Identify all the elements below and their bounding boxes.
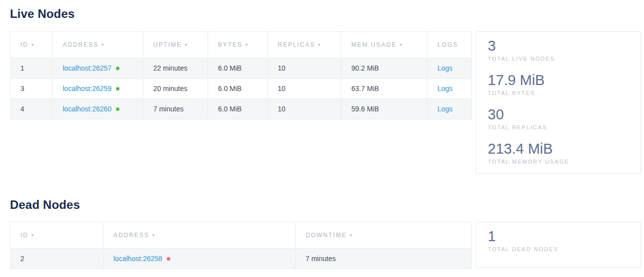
cell-downtime: 7 minutes — [296, 249, 472, 269]
stat-value: 17.9 MiB — [488, 72, 632, 89]
cell-logs: Logs — [428, 79, 472, 99]
column-header-address[interactable]: ADDRESS▾ — [104, 222, 296, 249]
logs-link[interactable]: Logs — [437, 85, 452, 92]
column-header-replicas[interactable]: REPLICAS▾ — [268, 32, 341, 58]
cell-replicas: 10 — [268, 99, 341, 119]
column-header-id[interactable]: ID▾ — [10, 222, 104, 249]
stat-value: 30 — [488, 106, 632, 123]
live-table-header-row: ID▾ ADDRESS▾ UPTIME▾ BYTES▾ REPLICAS▾ ME… — [10, 32, 472, 58]
stat-value: 3 — [488, 38, 632, 54]
table-row: 2 localhost:26258 7 minutes — [10, 249, 472, 269]
logs-link[interactable]: Logs — [437, 105, 452, 113]
stat-label: TOTAL DEAD NODES — [488, 246, 632, 253]
cell-address: localhost:26259 — [53, 79, 143, 99]
dead-nodes-table: ID▾ ADDRESS▾ DOWNTIME▾ 2 localhost:26258… — [10, 222, 472, 269]
live-status-icon — [116, 87, 119, 91]
live-status-icon — [116, 107, 119, 111]
summary-stat: 1 TOTAL DEAD NODES — [488, 228, 632, 253]
dead-summary-card: 1 TOTAL DEAD NODES — [476, 222, 641, 268]
sort-arrow-icon: ▾ — [31, 233, 35, 238]
cell-replicas: 10 — [268, 79, 341, 99]
cell-mem-usage: 59.6 MiB — [341, 99, 428, 119]
cell-address: localhost:26260 — [53, 99, 143, 119]
column-header-mem-usage[interactable]: MEM USAGE▾ — [341, 32, 428, 58]
column-header-address[interactable]: ADDRESS▾ — [53, 32, 143, 58]
cell-mem-usage: 90.2 MiB — [341, 58, 428, 79]
stat-label: TOTAL REPLICAS — [488, 124, 632, 131]
cell-uptime: 20 minutes — [143, 79, 208, 99]
dead-nodes-title: Dead Nodes — [10, 198, 641, 212]
cell-mem-usage: 63.7 MiB — [341, 79, 428, 99]
stat-value: 1 — [488, 228, 632, 245]
column-header-logs: LOGS — [428, 32, 472, 58]
cell-logs: Logs — [428, 99, 472, 119]
cluster-nodes-page: Live Nodes ID▾ ADDRESS▾ UPTIME▾ BYTES▾ R… — [0, 7, 644, 269]
summary-stat: 30 TOTAL REPLICAS — [488, 106, 632, 131]
table-row: 1 localhost:26257 22 minutes 6.0 MiB 10 … — [10, 58, 472, 79]
live-summary-card: 3 TOTAL LIVE NODES 17.9 MiB TOTAL BYTES … — [476, 31, 641, 174]
cell-bytes: 6.0 MiB — [208, 99, 268, 119]
cell-node-id: 2 — [10, 249, 104, 269]
address-link[interactable]: localhost:26258 — [113, 255, 162, 263]
column-header-label: UPTIME — [153, 41, 182, 48]
cell-address: localhost:26257 — [53, 58, 143, 79]
cell-bytes: 6.0 MiB — [208, 79, 268, 99]
summary-stat: 213.4 MiB TOTAL MEMORY USAGE — [488, 141, 632, 165]
summary-stat: 17.9 MiB TOTAL BYTES — [488, 72, 632, 96]
live-nodes-section: ID▾ ADDRESS▾ UPTIME▾ BYTES▾ REPLICAS▾ ME… — [10, 31, 641, 174]
sort-arrow-icon: ▾ — [318, 42, 322, 47]
column-header-label: LOGS — [437, 41, 458, 48]
table-row: 4 localhost:26260 7 minutes 6.0 MiB 10 5… — [10, 99, 472, 119]
cell-node-id: 1 — [10, 58, 53, 79]
summary-stat: 3 TOTAL LIVE NODES — [488, 38, 632, 62]
stat-label: TOTAL LIVE NODES — [488, 56, 632, 62]
column-header-downtime[interactable]: DOWNTIME▾ — [296, 222, 472, 249]
dead-status-icon — [167, 257, 170, 261]
column-header-label: DOWNTIME — [306, 232, 347, 239]
sort-arrow-icon: ▾ — [245, 42, 249, 47]
column-header-label: ID — [20, 41, 28, 48]
cell-node-id: 4 — [10, 99, 53, 119]
address-link[interactable]: localhost:26259 — [63, 85, 111, 92]
logs-link[interactable]: Logs — [437, 64, 452, 72]
stat-label: TOTAL MEMORY USAGE — [488, 159, 632, 165]
sort-arrow-icon: ▾ — [185, 42, 188, 47]
stat-value: 213.4 MiB — [488, 141, 632, 157]
column-header-label: BYTES — [218, 41, 242, 48]
live-nodes-title: Live Nodes — [10, 7, 641, 21]
stat-label: TOTAL BYTES — [488, 90, 632, 96]
cell-logs: Logs — [428, 58, 472, 79]
cell-address: localhost:26258 — [104, 249, 296, 269]
cell-uptime: 22 minutes — [143, 58, 208, 79]
column-header-label: ADDRESS — [63, 41, 99, 48]
live-nodes-table: ID▾ ADDRESS▾ UPTIME▾ BYTES▾ REPLICAS▾ ME… — [10, 31, 472, 119]
sort-arrow-icon: ▾ — [152, 233, 156, 238]
column-header-label: ID — [20, 232, 28, 239]
column-header-bytes[interactable]: BYTES▾ — [208, 32, 268, 58]
dead-table-header-row: ID▾ ADDRESS▾ DOWNTIME▾ — [10, 222, 472, 249]
column-header-uptime[interactable]: UPTIME▾ — [143, 32, 208, 58]
cell-node-id: 3 — [10, 79, 53, 99]
column-header-id[interactable]: ID▾ — [10, 32, 53, 58]
address-link[interactable]: localhost:26260 — [63, 105, 111, 113]
column-header-label: ADDRESS — [113, 232, 149, 239]
column-header-label: REPLICAS — [278, 41, 315, 48]
cell-replicas: 10 — [268, 58, 341, 79]
sort-arrow-icon: ▾ — [102, 42, 105, 47]
sort-arrow-icon: ▾ — [31, 42, 35, 47]
dead-nodes-section: ID▾ ADDRESS▾ DOWNTIME▾ 2 localhost:26258… — [10, 222, 641, 269]
sort-arrow-icon: ▾ — [400, 42, 403, 47]
sort-arrow-icon: ▾ — [350, 233, 353, 238]
cell-uptime: 7 minutes — [143, 99, 208, 119]
table-row: 3 localhost:26259 20 minutes 6.0 MiB 10 … — [10, 79, 472, 99]
live-status-icon — [116, 67, 119, 70]
cell-bytes: 6.0 MiB — [208, 58, 268, 79]
address-link[interactable]: localhost:26257 — [63, 64, 111, 72]
column-header-label: MEM USAGE — [351, 41, 397, 48]
